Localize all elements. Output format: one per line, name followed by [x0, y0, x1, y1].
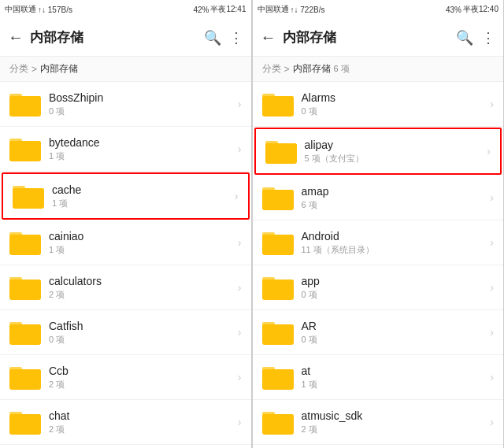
file-list-right: Alarms 0 项 › alipay 5 项（支付宝） › amap 6 项 … [253, 82, 504, 448]
breadcrumb-category-right: 分类 [262, 62, 281, 76]
list-item[interactable]: app 0 项 › [253, 265, 504, 310]
list-item[interactable]: chat 2 项 › [0, 400, 251, 445]
signal-right: ↑↓ 722B/s [291, 6, 325, 14]
file-name: Ccb [49, 365, 238, 377]
folder-icon [265, 137, 297, 165]
chevron-icon: › [238, 236, 242, 249]
chevron-icon: › [238, 281, 242, 294]
breadcrumb-current-left: 内部存储 [40, 62, 78, 76]
file-count: 1 项 [49, 150, 238, 162]
search-icon-left[interactable]: 🔍 [204, 29, 221, 46]
status-bar-left: 中国联通 ↑↓ 157B/s 42% 半夜12:41 [0, 0, 251, 19]
list-item[interactable]: cache 1 项 › [2, 172, 250, 220]
file-info: AR 0 项 [302, 320, 491, 346]
file-name: calculators [49, 275, 238, 287]
chevron-icon: › [238, 416, 242, 428]
status-left-right: 中国联通 ↑↓ 722B/s [258, 4, 325, 15]
file-info: chat 2 项 [49, 409, 238, 435]
time-left: 半夜12:41 [210, 4, 246, 15]
file-name: Android [302, 230, 491, 243]
svg-rect-20 [9, 369, 41, 388]
carrier-right: 中国联通 [258, 4, 289, 15]
svg-rect-41 [262, 280, 294, 298]
breadcrumb-current-right: 内部存储 [293, 62, 331, 76]
list-item[interactable]: cainiao 1 项 › [0, 220, 251, 265]
breadcrumb-left: 分类 > 内部存储 [0, 57, 251, 82]
folder-icon [9, 318, 41, 346]
breadcrumb-category-left: 分类 [9, 62, 28, 76]
list-item[interactable]: BossZhipin 0 项 › [0, 82, 251, 127]
signal-left: ↑↓ 157B/s [38, 6, 72, 14]
battery-right: 43% [446, 6, 461, 14]
svg-rect-8 [13, 188, 44, 207]
back-button-left[interactable]: ← [8, 28, 24, 46]
time-right: 半夜12:40 [463, 4, 498, 15]
file-info: cainiao 1 项 [49, 230, 238, 256]
file-count: 11 项（系统目录） [302, 244, 491, 256]
chevron-icon: › [490, 281, 494, 294]
more-icon-right[interactable]: ⋮ [481, 29, 495, 46]
folder-icon [13, 182, 44, 210]
file-info: calculators 2 项 [49, 275, 238, 301]
folder-icon [262, 273, 294, 302]
list-item[interactable]: Catfish 0 项 › [0, 310, 251, 355]
list-item[interactable]: AR 0 项 › [253, 310, 504, 355]
header-right: ← 内部存储 🔍 ⋮ [253, 19, 504, 57]
folder-icon [262, 363, 294, 391]
svg-rect-11 [9, 235, 41, 254]
title-left: 内部存储 [30, 28, 196, 46]
panel-right: 中国联通 ↑↓ 722B/s 43% 半夜12:40 ← 内部存储 🔍 ⋮ 分类… [253, 0, 505, 448]
chevron-icon: › [490, 416, 494, 428]
header-left: ← 内部存储 🔍 ⋮ [0, 19, 251, 57]
search-icon-right[interactable]: 🔍 [456, 29, 473, 46]
file-count: 1 项 [52, 198, 235, 209]
svg-rect-14 [9, 280, 41, 298]
more-icon-left[interactable]: ⋮ [229, 29, 243, 46]
file-info: Catfish 0 项 [49, 320, 238, 346]
list-item[interactable]: bytedance 1 项 › [0, 127, 251, 172]
list-item[interactable]: at 1 项 › [253, 355, 504, 400]
chevron-icon: › [238, 98, 242, 110]
file-list-left: BossZhipin 0 项 › bytedance 1 项 › cache 1… [0, 82, 251, 448]
list-item[interactable]: Android 11 项（系统目录） › [253, 220, 504, 265]
chevron-icon: › [490, 371, 494, 383]
file-name: amap [302, 185, 491, 198]
file-name: app [302, 275, 491, 287]
list-item[interactable]: alipay 5 项（支付宝） › [254, 128, 502, 175]
file-count: 0 项 [49, 106, 238, 117]
svg-rect-23 [9, 414, 41, 433]
folder-icon [262, 408, 294, 436]
breadcrumb-sep-right: > [284, 64, 290, 75]
file-count: 1 项 [302, 379, 491, 391]
list-item[interactable]: amap 6 项 › [253, 176, 504, 220]
list-item[interactable]: Alarms 0 项 › [253, 82, 504, 127]
svg-rect-32 [265, 143, 297, 162]
file-count: 0 项 [302, 289, 491, 301]
folder-icon [262, 90, 294, 118]
list-item[interactable]: atmusic_sdk 2 项 › [253, 400, 504, 445]
file-name: BossZhipin [49, 91, 238, 104]
file-count: 2 项 [49, 379, 238, 391]
title-right: 内部存储 [283, 28, 449, 46]
svg-rect-47 [262, 369, 294, 388]
chevron-icon: › [490, 98, 494, 110]
status-left: 中国联通 ↑↓ 157B/s [5, 4, 72, 15]
list-item[interactable]: CloudPC › [0, 445, 251, 448]
chevron-icon: › [490, 326, 494, 339]
file-count: 0 项 [302, 334, 491, 346]
file-count: 0 项 [302, 106, 491, 117]
file-count: 1 项 [49, 244, 238, 256]
list-item[interactable]: Ccb 2 项 › [0, 355, 251, 400]
file-info: at 1 项 [302, 365, 491, 391]
svg-rect-50 [262, 414, 294, 433]
breadcrumb-count-right: 6 项 [334, 63, 350, 75]
file-info: app 0 项 [302, 275, 491, 301]
folder-icon [9, 273, 41, 302]
svg-rect-38 [262, 235, 294, 254]
svg-rect-35 [262, 190, 294, 209]
folder-icon [262, 318, 294, 346]
carrier-left: 中国联通 [5, 4, 36, 15]
back-button-right[interactable]: ← [261, 28, 276, 46]
file-name: Alarms [302, 91, 491, 104]
list-item[interactable]: calculators 2 项 › [0, 265, 251, 310]
